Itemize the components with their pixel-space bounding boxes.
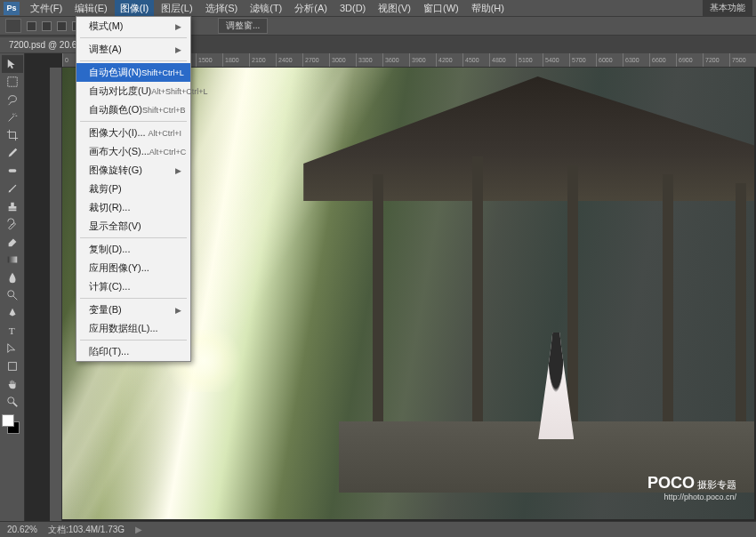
tool-shape[interactable] xyxy=(2,357,23,375)
menu-item-label: 自动色调(N) xyxy=(89,66,141,79)
menu-item-label: 自动对比度(U) xyxy=(89,84,151,98)
tool-dodge[interactable] xyxy=(2,286,23,304)
menu-shortcut: Alt+Ctrl+C xyxy=(149,148,187,156)
ruler-vertical[interactable] xyxy=(50,68,62,521)
menu-item-label: 显示全部(V) xyxy=(89,220,141,233)
menu-item-label: 裁剪(P) xyxy=(89,182,122,196)
menu-item-label: 画布大小(S)... xyxy=(89,145,149,158)
opt-check-3[interactable] xyxy=(57,21,67,31)
opt-check-2[interactable] xyxy=(42,21,52,31)
menu-item-陷印t[interactable]: 陷印(T)... xyxy=(76,342,190,361)
svg-point-6 xyxy=(7,397,13,404)
tool-wand[interactable] xyxy=(2,108,23,126)
tool-brush[interactable] xyxy=(2,180,23,197)
menu-item-画布大小s[interactable]: 画布大小(S)...Alt+Ctrl+C xyxy=(76,142,190,161)
ruler-tick: 4200 xyxy=(436,53,462,67)
menu-separator xyxy=(80,298,187,299)
tool-type[interactable]: T xyxy=(2,322,23,340)
watermark: POCO 摄影专题 http://photo.poco.cn/ xyxy=(647,474,736,501)
menu-edit[interactable]: 编辑(E) xyxy=(69,0,113,17)
foreground-swatch[interactable] xyxy=(2,414,14,427)
menu-item-变量b[interactable]: 变量(B)▶ xyxy=(76,301,190,319)
tool-move[interactable] xyxy=(2,55,23,73)
menu-item-自动颜色o[interactable]: 自动颜色(O)Shift+Ctrl+B xyxy=(76,100,190,119)
menu-item-label: 裁切(R)... xyxy=(89,201,130,214)
ruler-tick: 4500 xyxy=(462,53,489,67)
submenu-arrow-icon: ▶ xyxy=(175,45,181,54)
toolbox: T xyxy=(0,53,25,521)
menu-help[interactable]: 帮助(H) xyxy=(466,0,510,17)
tool-path[interactable] xyxy=(2,340,23,357)
status-flyout-icon[interactable]: ▶ xyxy=(135,525,142,534)
color-swatches[interactable] xyxy=(0,414,21,436)
tool-crop[interactable] xyxy=(2,126,23,144)
menu-item-label: 图像大小(I)... xyxy=(89,126,146,140)
menu-item-图像大小i[interactable]: 图像大小(I)...Alt+Ctrl+I xyxy=(76,124,190,142)
menu-item-label: 应用数据组(L)... xyxy=(89,322,158,335)
ruler-tick: 3000 xyxy=(329,53,356,67)
menu-item-裁剪p[interactable]: 裁剪(P) xyxy=(76,180,190,198)
menu-filter[interactable]: 滤镜(T) xyxy=(245,0,287,17)
menu-item-图像旋转g[interactable]: 图像旋转(G)▶ xyxy=(76,161,190,180)
menu-layer[interactable]: 图层(L) xyxy=(156,0,197,17)
adjust-window-button[interactable]: 调整窗... xyxy=(218,18,268,34)
menu-item-裁切r[interactable]: 裁切(R)... xyxy=(76,198,190,217)
svg-rect-0 xyxy=(7,77,17,87)
ruler-tick: 3300 xyxy=(356,53,382,67)
menu-item-label: 调整(A) xyxy=(89,43,122,56)
svg-rect-5 xyxy=(8,363,16,371)
tool-hand[interactable] xyxy=(2,375,23,393)
menu-item-label: 模式(M) xyxy=(89,20,124,33)
menu-item-显示全部v[interactable]: 显示全部(V) xyxy=(76,217,190,236)
status-docinfo: 文档:103.4M/1.73G xyxy=(48,524,125,536)
menu-item-调整a[interactable]: 调整(A)▶ xyxy=(76,40,190,59)
ruler-tick: 5100 xyxy=(516,53,543,67)
menu-item-应用图像y[interactable]: 应用图像(Y)... xyxy=(76,259,190,277)
tool-history-brush[interactable] xyxy=(2,215,23,233)
tool-gradient[interactable] xyxy=(2,251,23,268)
tool-marquee[interactable] xyxy=(2,73,23,91)
menu-separator xyxy=(80,340,187,341)
menu-image[interactable]: 图像(I) xyxy=(115,0,154,17)
menu-item-模式m[interactable]: 模式(M)▶ xyxy=(76,17,190,36)
status-zoom[interactable]: 20.62% xyxy=(7,525,37,534)
tool-zoom[interactable] xyxy=(2,393,23,411)
opt-check-1[interactable] xyxy=(27,21,36,31)
svg-rect-1 xyxy=(8,169,16,172)
ruler-tick: 5400 xyxy=(543,53,569,67)
menu-item-自动对比度u[interactable]: 自动对比度(U)Alt+Shift+Ctrl+L xyxy=(76,82,190,100)
ruler-tick: 1500 xyxy=(196,53,222,67)
menu-separator xyxy=(80,60,187,61)
menu-select[interactable]: 选择(S) xyxy=(200,0,244,17)
menu-item-label: 复制(D)... xyxy=(89,243,130,256)
tool-eyedropper[interactable] xyxy=(2,144,23,162)
menu-analyze[interactable]: 分析(A) xyxy=(289,0,333,17)
menu-separator xyxy=(80,121,187,122)
menu-item-label: 自动颜色(O) xyxy=(89,103,142,116)
menu-item-复制d[interactable]: 复制(D)... xyxy=(76,240,190,259)
menu-window[interactable]: 窗口(W) xyxy=(418,0,464,17)
ruler-tick: 3900 xyxy=(409,53,436,67)
menu-item-应用数据组l[interactable]: 应用数据组(L)... xyxy=(76,319,190,338)
tool-stamp[interactable] xyxy=(2,197,23,215)
menu-shortcut: Shift+Ctrl+B xyxy=(142,106,186,115)
tool-heal[interactable] xyxy=(2,162,23,180)
svg-rect-2 xyxy=(7,257,17,263)
workspace-tag[interactable]: 基本功能 xyxy=(703,0,752,16)
menu-view[interactable]: 视图(V) xyxy=(373,0,416,17)
watermark-url: http://photo.poco.cn/ xyxy=(647,493,736,501)
menu-separator xyxy=(80,237,187,238)
menu-file[interactable]: 文件(F) xyxy=(25,0,68,17)
ruler-tick: 6300 xyxy=(623,53,649,67)
tool-blur[interactable] xyxy=(2,268,23,286)
ruler-tick: 3600 xyxy=(382,53,409,67)
image-menu-dropdown: 模式(M)▶调整(A)▶自动色调(N)Shift+Ctrl+L自动对比度(U)A… xyxy=(76,16,191,362)
tool-lasso[interactable] xyxy=(2,91,23,108)
menu-3d[interactable]: 3D(D) xyxy=(334,1,371,15)
tool-eraser[interactable] xyxy=(2,233,23,251)
tool-preset-icon[interactable] xyxy=(5,19,21,33)
svg-text:T: T xyxy=(8,325,14,336)
menu-item-自动色调n[interactable]: 自动色调(N)Shift+Ctrl+L xyxy=(76,63,190,82)
menu-item-计算c[interactable]: 计算(C)... xyxy=(76,277,190,296)
tool-pen[interactable] xyxy=(2,304,23,322)
